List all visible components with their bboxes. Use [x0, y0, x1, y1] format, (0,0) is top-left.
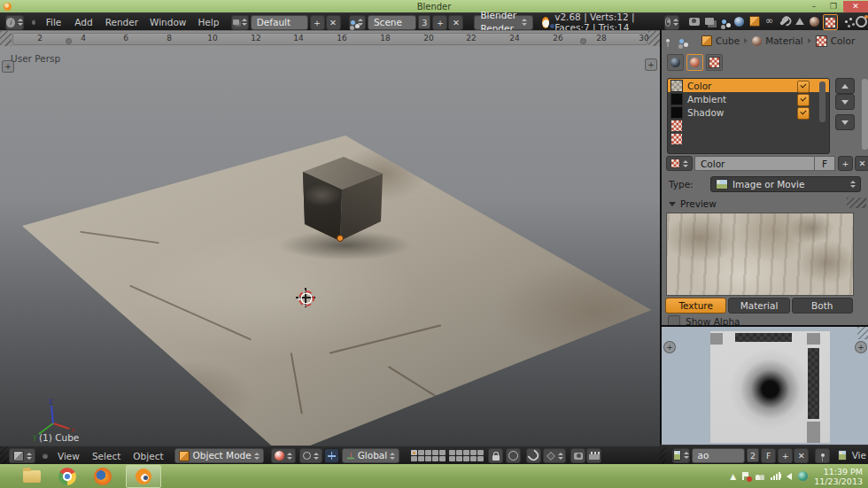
- layer-cell[interactable]: [411, 456, 417, 461]
- image-pin-button[interactable]: [815, 448, 830, 463]
- slot-enable-checkbox[interactable]: [797, 94, 810, 106]
- scene-users-count[interactable]: 3: [418, 15, 430, 29]
- tab-object[interactable]: [748, 14, 761, 28]
- region-corner-stripes[interactable]: [660, 445, 666, 465]
- breadcrumb-texture[interactable]: Color: [831, 35, 855, 46]
- orientation-select[interactable]: Global: [342, 448, 400, 463]
- image-users-count[interactable]: 2: [747, 448, 759, 462]
- menu-window[interactable]: Window: [148, 17, 188, 27]
- collapse-menus-toggle[interactable]: [32, 19, 35, 25]
- menu-view[interactable]: View: [56, 451, 81, 461]
- texture-browse-button[interactable]: [666, 156, 693, 171]
- texture-name-field[interactable]: Color: [694, 156, 815, 171]
- preview-both-button[interactable]: Both: [792, 298, 853, 314]
- layer-cell[interactable]: [477, 450, 484, 455]
- preview-material-button[interactable]: Material: [728, 298, 789, 314]
- layer-cell[interactable]: [418, 456, 424, 461]
- menu-view-truncated[interactable]: Vie: [850, 450, 868, 461]
- region-corner-stripes[interactable]: [857, 327, 868, 339]
- timeline-marker[interactable]: [66, 38, 72, 44]
- layer-cell[interactable]: [456, 456, 462, 461]
- image-editor[interactable]: + +: [660, 325, 868, 446]
- layer-cell[interactable]: [432, 450, 438, 455]
- volume-icon[interactable]: [787, 473, 792, 480]
- snap-element-select[interactable]: [543, 448, 566, 463]
- scene-name-field[interactable]: Scene: [368, 15, 416, 30]
- cube-object[interactable]: [292, 151, 391, 250]
- menu-help[interactable]: Help: [196, 17, 221, 27]
- region-expand-button[interactable]: +: [855, 341, 867, 353]
- tab-constraints[interactable]: ∞: [763, 14, 776, 28]
- tab-modifiers[interactable]: [778, 14, 791, 28]
- region-expand-button[interactable]: +: [663, 341, 676, 353]
- timeline-strip[interactable]: 2 4 6 8 10 12 14 16 18 20 22 24 26 28 30: [0, 30, 660, 48]
- tab-render-layers[interactable]: [702, 14, 716, 28]
- preview-panel-header[interactable]: Preview: [669, 198, 717, 209]
- image-unlink-button[interactable]: ✕: [794, 448, 809, 463]
- editor-type-button-3dview[interactable]: [9, 448, 35, 463]
- taskbar-blender-button[interactable]: [126, 465, 161, 488]
- tab-world[interactable]: [732, 14, 746, 28]
- preview-texture-button[interactable]: Texture: [665, 298, 726, 314]
- viewport-shading-select[interactable]: [271, 448, 296, 463]
- texture-slot-row[interactable]: Color: [668, 79, 829, 92]
- scene-browse-button[interactable]: [349, 15, 366, 30]
- layer-cell[interactable]: [449, 450, 455, 455]
- image-browse-button[interactable]: [672, 448, 690, 463]
- layer-cell[interactable]: [432, 456, 438, 461]
- sidebar-expand-button[interactable]: +: [645, 58, 657, 71]
- layout-browse-button[interactable]: [231, 15, 248, 30]
- scene-add-button[interactable]: +: [432, 15, 447, 30]
- menu-file[interactable]: File: [44, 17, 64, 27]
- texture-context-material[interactable]: [686, 54, 703, 71]
- slot-enable-checkbox[interactable]: [797, 81, 810, 93]
- texture-slot-row[interactable]: Ambient: [668, 92, 829, 105]
- timeline-marker[interactable]: [580, 38, 586, 44]
- layers-grid-2[interactable]: [449, 450, 484, 461]
- texture-context-world[interactable]: [667, 54, 684, 71]
- texture-unlink-button[interactable]: ✕: [855, 156, 868, 171]
- layer-cell[interactable]: [463, 450, 469, 455]
- action-center-icon[interactable]: [742, 472, 749, 480]
- tab-scene[interactable]: [717, 14, 731, 28]
- slot-move-up-button[interactable]: [835, 78, 855, 94]
- layer-cell[interactable]: [456, 450, 462, 455]
- tray-show-hidden-icon[interactable]: ▲: [730, 472, 736, 481]
- region-corner-stripes[interactable]: [0, 446, 9, 465]
- menu-object[interactable]: Object: [131, 451, 165, 461]
- layer-cell[interactable]: [418, 450, 424, 455]
- proportional-edit-toggle[interactable]: [506, 448, 521, 463]
- pin-icon[interactable]: [666, 39, 670, 43]
- panel-scrollbar[interactable]: [862, 79, 868, 150]
- viewport-3d[interactable]: User Persp + + x y z (1) Cube: [0, 46, 660, 445]
- tab-texture[interactable]: [823, 14, 838, 30]
- image-add-button[interactable]: +: [778, 448, 793, 463]
- tab-particles[interactable]: [840, 14, 853, 28]
- taskbar-firefox-button[interactable]: [92, 467, 113, 486]
- layer-cell[interactable]: [439, 456, 446, 461]
- render-still-button[interactable]: [570, 448, 585, 463]
- texture-slot-row[interactable]: Shadow: [668, 105, 829, 119]
- menu-render[interactable]: Render: [104, 17, 140, 27]
- tray-app-icon[interactable]: [798, 471, 808, 481]
- toolshelf-expand-button[interactable]: +: [2, 60, 14, 73]
- taskbar-explorer-button[interactable]: [21, 467, 43, 486]
- taskbar-chrome-button[interactable]: [57, 467, 78, 486]
- pivot-point-select[interactable]: [299, 448, 322, 463]
- manipulator-toggle[interactable]: [324, 448, 339, 463]
- texture-slot-list[interactable]: Color Ambient Shadow: [667, 78, 830, 154]
- texture-slot-row-empty[interactable]: [668, 119, 829, 132]
- image-name-field[interactable]: ao: [692, 448, 746, 463]
- panel-drag-stripes[interactable]: [847, 198, 866, 208]
- layer-cell[interactable]: [449, 456, 455, 461]
- layer-cell[interactable]: [463, 456, 469, 461]
- layer-cell[interactable]: [439, 450, 446, 455]
- texture-slot-row-empty[interactable]: [668, 132, 829, 145]
- slot-specials-menu-button[interactable]: [835, 114, 855, 130]
- layout-add-button[interactable]: +: [310, 15, 325, 30]
- layout-name-field[interactable]: Default: [251, 15, 308, 30]
- snap-toggle[interactable]: [526, 448, 541, 463]
- image-fake-user-button[interactable]: F: [761, 448, 776, 463]
- lock-to-scene-toggle[interactable]: [488, 448, 503, 463]
- layer-cell[interactable]: [425, 450, 431, 455]
